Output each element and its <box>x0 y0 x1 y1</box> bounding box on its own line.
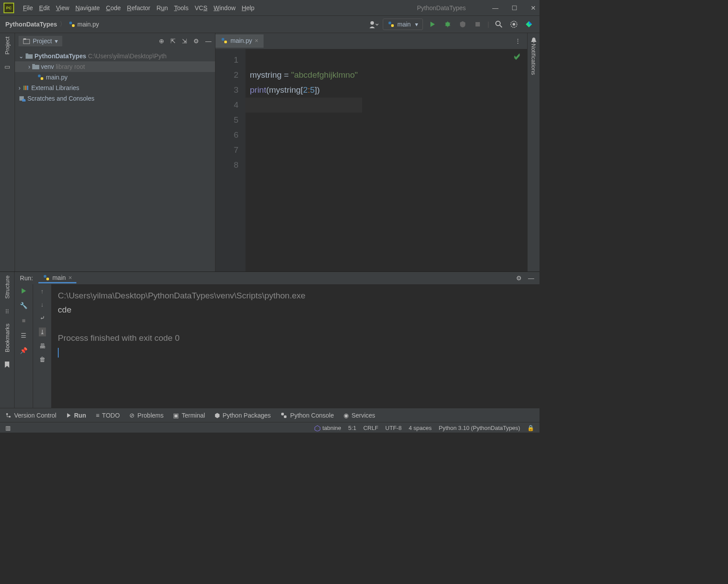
encoding[interactable]: UTF-8 <box>385 425 402 431</box>
window-title: PythonDataTypes <box>417 4 466 11</box>
notifications-bell-icon[interactable] <box>530 37 537 44</box>
menu-edit[interactable]: Edit <box>39 4 50 11</box>
notifications-button[interactable]: Notifications <box>530 44 537 75</box>
structure-tool-button[interactable]: Structure <box>4 275 11 299</box>
pin-icon[interactable]: 📌 <box>20 347 27 354</box>
line-ending[interactable]: CRLF <box>363 425 378 431</box>
stop-button[interactable] <box>472 19 483 30</box>
project-tool-button[interactable]: Project <box>4 37 11 54</box>
folder-icon[interactable]: ▭ <box>4 63 10 70</box>
panel-settings-icon[interactable]: ⚙ <box>193 38 199 45</box>
lock-icon[interactable]: 🔒 <box>527 425 534 431</box>
svg-rect-16 <box>26 54 33 59</box>
debug-button[interactable] <box>442 19 453 30</box>
hide-panel-icon[interactable]: — <box>205 38 211 45</box>
tree-main-file[interactable]: main.py <box>15 72 215 83</box>
tree-venv[interactable]: › venv library root <box>15 61 215 72</box>
breadcrumb-project[interactable]: PythonDataTypes <box>5 21 57 28</box>
rerun-button[interactable] <box>21 288 27 294</box>
breadcrumb-file-label: main.py <box>77 21 99 28</box>
console-output[interactable]: C:\Users\yilma\Desktop\PythonDataTypes\v… <box>52 284 539 408</box>
structure-icon[interactable]: ⁝⁝ <box>5 308 9 315</box>
inspection-status-icon[interactable] <box>513 53 521 61</box>
menu-vcs[interactable]: VCS <box>195 4 207 11</box>
code-token: 5 <box>310 85 315 94</box>
left-tool-rail: Project ▭ <box>0 33 15 271</box>
down-icon[interactable]: ↓ <box>41 301 44 308</box>
menu-code[interactable]: Code <box>106 4 121 11</box>
cursor-position[interactable]: 5:1 <box>348 425 356 431</box>
editor-more-icon[interactable]: ⋮ <box>515 38 521 45</box>
indent[interactable]: 4 spaces <box>409 425 432 431</box>
interpreter[interactable]: Python 3.10 (PythonDataTypes) <box>439 425 520 431</box>
print-icon[interactable]: 🖶 <box>39 343 45 350</box>
tabnine-widget[interactable]: tabnine <box>314 425 341 431</box>
menu-refactor[interactable]: Refactor <box>127 4 151 11</box>
line-number: 3 <box>215 83 238 98</box>
bookmark-icon[interactable] <box>4 361 10 368</box>
minimize-button[interactable]: — <box>492 4 498 11</box>
coverage-button[interactable] <box>457 19 468 30</box>
layout-icon[interactable]: ☰ <box>21 332 26 339</box>
bookmarks-tool-button[interactable]: Bookmarks <box>4 324 11 352</box>
breadcrumb-file[interactable]: main.py <box>68 21 99 28</box>
run-button[interactable] <box>427 19 438 30</box>
close-tab-icon[interactable]: × <box>255 37 258 44</box>
expand-icon: › <box>19 84 21 91</box>
scroll-end-icon[interactable]: ⤓ <box>39 328 46 336</box>
run-settings-icon[interactable]: ⚙ <box>516 275 522 282</box>
jetbrains-icon[interactable] <box>524 19 534 30</box>
editor-tab-main[interactable]: main.py × <box>215 34 264 48</box>
tabnine-label: tabnine <box>322 425 341 431</box>
tree-project-root[interactable]: ⌄ PythonDataTypes C:\Users\yilma\Desktop… <box>15 51 215 61</box>
nav-toolbar: main ▾ | <box>369 19 534 30</box>
close-button[interactable]: ✕ <box>531 4 536 11</box>
menu-help[interactable]: Help <box>242 4 255 11</box>
code-editor[interactable]: 1 2 3 4 5 6 7 8 mystring = "abcdefghijkl… <box>215 49 527 271</box>
play-icon <box>66 413 72 418</box>
stop-button-2[interactable]: ■ <box>22 317 25 324</box>
expand-icon[interactable]: ⇱ <box>170 38 176 45</box>
left-tool-rail-bottom: Structure ⁝⁝ Bookmarks <box>0 272 15 408</box>
quick-access-icon[interactable]: ▥ <box>5 425 11 431</box>
menu-window[interactable]: Window <box>214 4 236 11</box>
settings-button[interactable] <box>509 19 519 30</box>
services-icon: ◉ <box>343 412 349 419</box>
run-configuration-selector[interactable]: main ▾ <box>383 19 423 30</box>
services-button[interactable]: ◉ Services <box>343 412 375 419</box>
code-token: mystring <box>269 85 301 94</box>
user-icon[interactable] <box>369 20 378 28</box>
close-tab-icon[interactable]: × <box>68 274 72 281</box>
tree-root-label: PythonDataTypes <box>34 53 86 60</box>
packages-label: Python Packages <box>223 412 271 419</box>
hide-run-icon[interactable]: — <box>528 275 534 282</box>
menu-bar: File Edit View Navigate Code Refactor Ru… <box>23 4 417 11</box>
python-packages-button[interactable]: ⬢ Python Packages <box>215 412 271 419</box>
menu-tools[interactable]: Tools <box>174 4 189 11</box>
soft-wrap-icon[interactable]: ⤶ <box>40 314 45 321</box>
breadcrumb-project-label: PythonDataTypes <box>5 21 57 28</box>
menu-view[interactable]: View <box>56 4 69 11</box>
collapse-icon[interactable]: ⇲ <box>182 38 187 45</box>
python-console-button[interactable]: Python Console <box>280 412 334 419</box>
run-tab-main[interactable]: main × <box>38 273 77 283</box>
project-panel-tab[interactable]: Project ▾ <box>19 36 62 46</box>
wrench-icon[interactable]: 🔧 <box>20 302 27 309</box>
terminal-button[interactable]: ▣ Terminal <box>173 412 205 419</box>
right-tool-rail: Notifications <box>527 33 539 271</box>
menu-run[interactable]: Run <box>157 4 168 11</box>
maximize-button[interactable]: ☐ <box>512 4 517 11</box>
search-button[interactable] <box>494 19 504 30</box>
version-control-button[interactable]: Version Control <box>5 412 57 419</box>
run-tool-button[interactable]: Run <box>66 412 86 419</box>
trash-icon[interactable]: 🗑 <box>39 356 45 363</box>
tree-external-libs[interactable]: › External Libraries <box>15 83 215 93</box>
problems-button[interactable]: ⊘ Problems <box>129 412 163 419</box>
todo-button[interactable]: ≡ TODO <box>96 412 120 419</box>
locate-icon[interactable]: ⊕ <box>159 38 164 45</box>
up-icon[interactable]: ↑ <box>41 288 44 295</box>
tree-scratches[interactable]: Scratches and Consoles <box>15 93 215 104</box>
svg-rect-28 <box>224 41 227 43</box>
menu-navigate[interactable]: Navigate <box>75 4 100 11</box>
menu-file[interactable]: File <box>23 4 33 11</box>
